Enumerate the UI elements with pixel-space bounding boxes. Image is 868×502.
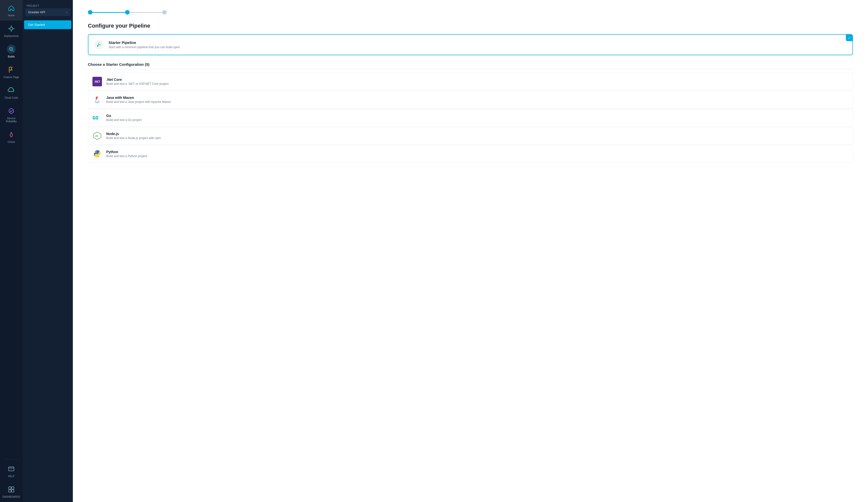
sidebar-item-builds[interactable]: Builds bbox=[0, 41, 23, 62]
svg-point-0 bbox=[10, 27, 13, 30]
svg-point-16 bbox=[98, 156, 99, 157]
home-icon bbox=[7, 3, 16, 12]
sidebar-item-cloud-costs[interactable]: Cloud Costs bbox=[0, 82, 23, 103]
config-item-nodejs[interactable]: JS Node.js Build and test a Node.js proj… bbox=[88, 127, 853, 145]
svg-rect-7 bbox=[12, 487, 14, 489]
starter-pipeline-icon bbox=[93, 39, 104, 50]
svg-rect-6 bbox=[9, 487, 11, 489]
svg-point-3 bbox=[9, 109, 14, 114]
go-info: Go Build and test a Go project bbox=[106, 114, 142, 122]
go-icon: GO bbox=[92, 113, 102, 123]
selected-checkmark: ✓ bbox=[846, 35, 852, 41]
starter-configs-title: Choose a Starter Configuration (5) bbox=[88, 62, 853, 69]
dotnet-info: .Net Core Build and test a .NET or ASP.N… bbox=[106, 77, 168, 86]
svg-rect-9 bbox=[12, 490, 14, 492]
builds-icon bbox=[7, 45, 16, 54]
python-icon bbox=[92, 149, 102, 159]
sidebar-bottom: HELP DASHBOARDS bbox=[0, 458, 23, 502]
sidebar-item-home-label: Home bbox=[8, 14, 15, 17]
dotnet-icon: .NET bbox=[92, 76, 102, 87]
sidebar-item-builds-label: Builds bbox=[8, 55, 14, 58]
sidebar-item-chaos[interactable]: Chaos bbox=[0, 126, 23, 147]
page-title: Configure your Pipeline bbox=[88, 23, 853, 29]
starter-pipeline-name: Starter Pipeline bbox=[108, 40, 180, 45]
deployments-icon bbox=[7, 24, 16, 33]
chevron-right-icon: › bbox=[66, 11, 67, 14]
java-desc: Build and test a Java project with Apach… bbox=[106, 100, 171, 104]
config-item-java[interactable]: Java with Maven Build and test a Java pr… bbox=[88, 91, 853, 108]
dotnet-desc: Build and test a .NET or ASP.NET Core pr… bbox=[106, 82, 168, 86]
sidebar-item-help-label: HELP bbox=[8, 475, 14, 478]
project-name: Greeter API bbox=[28, 10, 45, 14]
nodejs-name: Node.js bbox=[106, 132, 161, 136]
sidebar-item-cloud-costs-label: Cloud Costs bbox=[4, 96, 18, 100]
sidebar-item-home[interactable]: Home bbox=[0, 0, 23, 21]
dashboards-icon bbox=[7, 485, 16, 494]
go-desc: Build and test a Go project bbox=[106, 118, 142, 122]
sidebar-item-service-reliability[interactable]: Service Reliability bbox=[0, 103, 23, 126]
starter-pipeline-info: Starter Pipeline Start with a minimum pi… bbox=[108, 40, 180, 49]
config-item-python[interactable]: Python Build and test a Python project bbox=[88, 145, 853, 163]
sidebar-item-feature-flags[interactable]: Feature Flags bbox=[0, 62, 23, 82]
step-3-dot bbox=[162, 10, 167, 14]
sidebar-item-deployments-label: Deployments bbox=[4, 35, 19, 38]
sidebar-divider bbox=[4, 459, 18, 459]
svg-rect-4 bbox=[9, 467, 14, 471]
sidebar-item-service-reliability-label: Service Reliability bbox=[2, 117, 21, 123]
python-info: Python Build and test a Python project bbox=[106, 150, 147, 158]
step-2-dot bbox=[125, 10, 130, 14]
config-item-dotnet[interactable]: .NET .Net Core Build and test a .NET or … bbox=[88, 73, 853, 90]
svg-rect-8 bbox=[9, 490, 11, 492]
sidebar-item-deployments[interactable]: Deployments bbox=[0, 21, 23, 41]
feature-flags-icon bbox=[7, 65, 16, 74]
svg-point-2 bbox=[10, 48, 12, 50]
svg-text:JS: JS bbox=[95, 135, 98, 137]
java-info: Java with Maven Build and test a Java pr… bbox=[106, 96, 171, 104]
subnav-item-get-started[interactable]: Get Started bbox=[24, 20, 71, 29]
sidebar-item-dashboards[interactable]: DASHBOARDS bbox=[0, 481, 23, 502]
python-desc: Build and test a Python project bbox=[106, 154, 147, 158]
java-icon bbox=[92, 95, 102, 105]
step-line-2 bbox=[130, 12, 162, 13]
step-1-dot bbox=[88, 10, 92, 14]
subnav-item-get-started-label: Get Started bbox=[28, 23, 45, 27]
sidebar: Home Deployments Builds Feature bbox=[0, 0, 23, 502]
step-line-1 bbox=[92, 12, 125, 13]
svg-point-15 bbox=[96, 151, 96, 151]
starter-pipeline-desc: Start with a minimum pipeline that you c… bbox=[108, 45, 180, 49]
sidebar-item-dashboards-label: DASHBOARDS bbox=[2, 495, 20, 499]
service-reliability-icon bbox=[7, 106, 16, 115]
nodejs-icon: JS bbox=[92, 131, 102, 141]
nodejs-info: Node.js Build and test a Node.js project… bbox=[106, 132, 161, 140]
sidebar-item-feature-flags-label: Feature Flags bbox=[3, 76, 19, 79]
sidebar-item-chaos-label: Chaos bbox=[8, 140, 15, 144]
java-name: Java with Maven bbox=[106, 96, 171, 100]
sidebar-item-help[interactable]: HELP bbox=[0, 461, 23, 481]
nodejs-desc: Build and test a Node.js project with np… bbox=[106, 136, 161, 140]
go-name: Go bbox=[106, 114, 142, 118]
config-item-go[interactable]: GO Go Build and test a Go project bbox=[88, 109, 853, 126]
project-label: Project bbox=[23, 3, 73, 8]
config-list: .NET .Net Core Build and test a .NET or … bbox=[88, 73, 853, 163]
python-name: Python bbox=[106, 150, 147, 154]
help-icon bbox=[7, 464, 16, 473]
subnav: Project Greeter API › Get Started bbox=[23, 0, 73, 502]
main-content: Configure your Pipeline ✓ Starter Pipeli… bbox=[73, 0, 868, 502]
project-selector[interactable]: Greeter API › bbox=[25, 8, 70, 16]
chaos-icon bbox=[7, 130, 16, 139]
starter-pipeline-card[interactable]: ✓ Starter Pipeline Start with a minimum … bbox=[88, 34, 853, 55]
cloud-costs-icon bbox=[7, 86, 16, 95]
svg-point-5 bbox=[11, 469, 12, 470]
net-badge: .NET bbox=[92, 77, 102, 86]
svg-text:GO: GO bbox=[92, 115, 99, 121]
progress-stepper bbox=[88, 10, 853, 14]
dotnet-name: .Net Core bbox=[106, 77, 168, 82]
